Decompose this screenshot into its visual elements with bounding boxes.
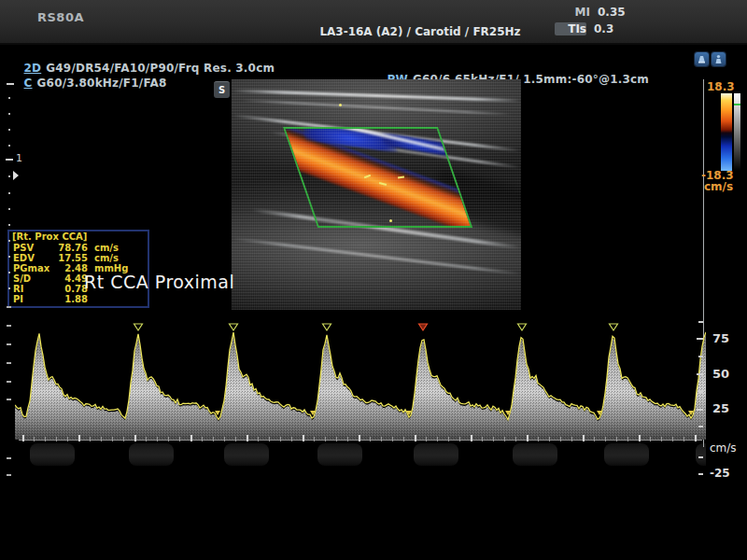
velocity-tick — [697, 338, 703, 340]
ruler-dot — [8, 224, 10, 226]
peak-marker[interactable] — [323, 324, 331, 330]
ruler-dot — [8, 145, 10, 147]
time-tick — [146, 437, 147, 441]
time-tick — [67, 437, 68, 441]
time-tick — [78, 435, 80, 441]
time-tick — [134, 435, 136, 441]
peak-marker[interactable] — [518, 324, 527, 330]
peak-marker[interactable] — [134, 324, 143, 330]
time-tick — [482, 437, 483, 441]
speckle-texture — [232, 79, 521, 310]
spectrum-left-tick — [7, 457, 11, 459]
time-tick — [549, 437, 550, 441]
ruler-dot — [8, 272, 10, 273]
annotation-label[interactable]: Rt CCA Proximal — [84, 272, 234, 292]
time-tick — [616, 437, 617, 441]
gray-map-marker — [734, 104, 740, 105]
time-axis-line — [19, 440, 702, 441]
result-unit: cm/s — [94, 253, 119, 263]
reverse-flow-noise — [414, 443, 458, 466]
time-tick — [639, 435, 641, 441]
mi-value: 0.35 — [598, 6, 626, 19]
reverse-flow-noise — [30, 443, 75, 466]
ruler-dot — [8, 192, 10, 194]
ruler-dot — [8, 208, 10, 210]
cine-review-icon[interactable] — [695, 52, 709, 66]
time-tick — [101, 437, 102, 441]
time-tick — [571, 437, 572, 441]
selected-peak-marker[interactable] — [419, 324, 428, 330]
tis-label[interactable]: TIs — [555, 22, 586, 35]
probe-exam-info: LA3-16A (A2) / Carotid / FR25Hz — [308, 25, 532, 38]
time-tick — [661, 437, 662, 441]
result-value: 4.49 — [54, 273, 88, 284]
time-tick — [650, 437, 651, 441]
time-tick — [684, 437, 684, 441]
time-tick — [258, 437, 259, 441]
time-tick — [403, 437, 404, 441]
ruler-dot — [8, 240, 10, 242]
measurement-results-box: [Rt. Prox CCA] PSV78.76cm/s EDV17.55cm/s… — [7, 230, 149, 308]
velocity-tick — [698, 321, 703, 323]
result-unit: cm/s — [94, 243, 119, 253]
result-value: 2.48 — [54, 263, 88, 273]
time-tick — [235, 437, 236, 441]
result-value: 0.78 — [54, 284, 88, 294]
scale-neg25: -25 — [710, 467, 730, 480]
time-tick — [56, 437, 57, 441]
time-tick — [359, 435, 360, 441]
time-tick — [303, 435, 304, 441]
time-tick — [560, 437, 561, 441]
scale-75: 75 — [712, 331, 729, 345]
orientation-marker[interactable]: S — [214, 81, 230, 98]
param-color-text: G60/3.80kHz/F1/FA8 — [37, 77, 167, 90]
time-tick — [426, 437, 427, 441]
velocity-tick — [698, 391, 703, 393]
reverse-flow-noise — [513, 443, 557, 466]
depth-ruler: 1 — [0, 0, 28, 560]
ruler-dot — [8, 287, 10, 289]
reverse-flow-noise — [224, 443, 269, 466]
time-tick — [157, 437, 158, 441]
spectrum-left-tick — [7, 325, 11, 327]
doppler-spectrum — [15, 315, 706, 502]
velocity-tick — [698, 473, 703, 475]
time-tick — [123, 437, 124, 441]
time-tick — [247, 435, 248, 441]
time-tick — [415, 435, 416, 441]
time-tick — [224, 437, 225, 441]
velocity-tick — [697, 409, 703, 411]
time-tick — [314, 437, 315, 441]
peak-marker[interactable] — [230, 324, 238, 330]
spectrum-unit-label: cm/s — [710, 441, 737, 455]
time-tick — [34, 437, 35, 441]
time-tick — [325, 437, 326, 441]
mi-readout: MI 0.35 — [558, 6, 626, 19]
peak-marker[interactable] — [610, 324, 618, 330]
time-tick — [459, 437, 460, 441]
result-row: EDV17.55cm/s — [9, 253, 148, 263]
time-tick — [437, 437, 438, 441]
time-tick — [190, 435, 192, 441]
reverse-flow-noise — [696, 443, 706, 466]
machine-model: RS80A — [37, 10, 84, 24]
ruler-dot — [8, 129, 10, 131]
velocity-tick — [697, 373, 703, 375]
time-tick — [515, 437, 516, 441]
time-tick — [45, 437, 46, 441]
body-marker-icon[interactable] — [712, 52, 726, 66]
result-row: PI1.88 — [9, 294, 148, 304]
reverse-flow-noise — [317, 443, 362, 466]
time-tick — [695, 435, 697, 441]
focus-marker-icon[interactable] — [13, 171, 19, 180]
time-tick — [448, 437, 449, 441]
title-bar: RS80A LA3-16A (A2) / Carotid / FR25Hz MI… — [0, 0, 747, 45]
time-tick — [392, 437, 393, 441]
velocity-tick — [698, 356, 703, 357]
time-tick — [605, 437, 606, 441]
ruler-dot — [8, 256, 10, 258]
time-tick — [347, 437, 348, 441]
color-velocity-bar[interactable] — [721, 93, 732, 171]
time-tick — [527, 435, 529, 441]
spectrum-left-tick — [7, 381, 11, 383]
